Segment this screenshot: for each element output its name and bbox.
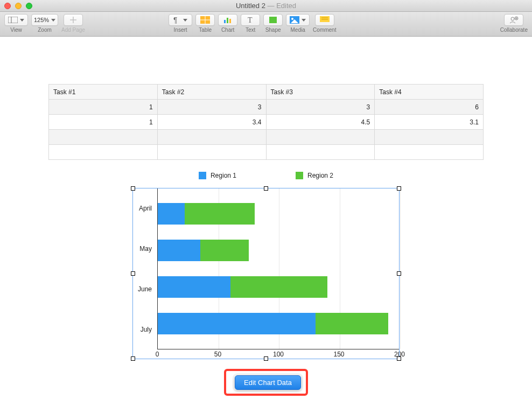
chart-tick-label: 200 — [394, 351, 405, 358]
table-header[interactable]: Task #2 — [157, 85, 266, 100]
shape-label: Shape — [265, 27, 281, 33]
maximize-icon[interactable] — [26, 3, 32, 9]
table-cell[interactable] — [157, 130, 266, 145]
view-icon — [8, 17, 18, 23]
table-cell[interactable]: 3.4 — [157, 115, 266, 130]
svg-text:¶: ¶ — [173, 16, 178, 24]
legend-item: Region 1 — [199, 172, 236, 179]
media-tool[interactable]: Media — [286, 14, 310, 33]
table-cell[interactable]: 1 — [49, 100, 158, 115]
chart-legend: Region 1 Region 2 — [0, 172, 532, 179]
chart-category-label: May — [132, 245, 152, 253]
add-page-label: Add Page — [61, 27, 85, 33]
chevron-down-icon — [183, 19, 187, 22]
collaborate-icon — [509, 16, 519, 24]
chart-tick-label: 50 — [214, 351, 221, 358]
comment-label: Comment — [313, 27, 336, 33]
add-page-tool[interactable]: Add Page — [61, 14, 85, 33]
table-cell[interactable] — [157, 145, 266, 160]
text-icon: T — [246, 16, 255, 24]
text-tool[interactable]: T Text — [241, 14, 260, 33]
zoom-value: 125% — [34, 17, 49, 23]
document-title: Untitled 2 — [236, 2, 265, 10]
svg-rect-8 — [224, 20, 226, 23]
shape-icon — [269, 16, 277, 24]
edit-chart-data-button[interactable]: Edit Chart Data — [235, 375, 301, 390]
table-tool[interactable]: Table — [195, 14, 215, 33]
chevron-down-icon — [20, 19, 24, 22]
table-header[interactable]: Task #1 — [49, 85, 158, 100]
chart-label: Chart — [221, 27, 234, 33]
table-cell[interactable] — [266, 130, 375, 145]
comment-icon — [320, 16, 330, 24]
paragraph-icon: ¶ — [173, 16, 181, 24]
table-cell[interactable]: 3 — [266, 100, 375, 115]
table-label: Table — [199, 27, 212, 33]
svg-rect-0 — [8, 17, 18, 23]
edited-indicator: — Edited — [265, 2, 296, 10]
chart-category-label: June — [132, 285, 152, 293]
window-title: Untitled 2 — Edited — [0, 2, 532, 10]
svg-point-19 — [511, 17, 514, 20]
table-cell[interactable] — [49, 130, 158, 145]
table-cell[interactable] — [49, 145, 158, 160]
titlebar: Untitled 2 — Edited — [0, 0, 532, 12]
shape-tool[interactable]: Shape — [263, 14, 283, 33]
table-cell[interactable] — [375, 145, 484, 160]
chart-category-label: April — [132, 205, 152, 212]
insert-label: Insert — [174, 27, 187, 33]
collaborate-label: Collaborate — [500, 27, 528, 33]
document-canvas[interactable]: Task #1 Task #2 Task #3 Task #4 1336 13.… — [0, 37, 532, 359]
table-header[interactable]: Task #3 — [266, 85, 375, 100]
chart-object[interactable]: AprilMayJuneJuly 050100150200 — [132, 188, 400, 359]
chart-plot-area — [157, 188, 400, 349]
legend-item: Region 2 — [296, 172, 333, 179]
close-icon[interactable] — [4, 3, 11, 9]
data-table[interactable]: Task #1 Task #2 Task #3 Task #4 1336 13.… — [48, 84, 484, 160]
media-label: Media — [290, 27, 305, 33]
legend-swatch — [199, 172, 206, 179]
table-cell[interactable]: 6 — [375, 100, 484, 115]
svg-rect-12 — [269, 17, 277, 23]
view-label: View — [10, 27, 22, 33]
chart-icon — [223, 16, 233, 24]
chart-tick-label: 0 — [156, 351, 159, 358]
chart-tool[interactable]: Chart — [218, 14, 237, 33]
svg-rect-10 — [229, 19, 231, 23]
zoom-label: Zoom — [38, 27, 52, 33]
svg-rect-9 — [227, 18, 228, 23]
table-cell[interactable] — [266, 145, 375, 160]
table-cell[interactable] — [375, 130, 484, 145]
table-cell[interactable]: 3 — [157, 100, 266, 115]
text-label: Text — [246, 27, 255, 33]
chart-tick-label: 100 — [273, 351, 284, 358]
minimize-icon[interactable] — [15, 3, 22, 9]
zoom-tool[interactable]: 125% Zoom — [31, 14, 58, 33]
plus-icon — [69, 16, 77, 24]
chart-tick-label: 150 — [333, 351, 344, 358]
legend-label: Region 1 — [211, 172, 236, 179]
legend-swatch — [296, 172, 303, 179]
toolbar-center: ¶ Insert Table Chart T Text Shape Media … — [169, 14, 336, 33]
window-controls — [4, 3, 32, 9]
svg-point-14 — [291, 18, 293, 20]
chart-y-labels: AprilMayJuneJuly — [132, 188, 157, 349]
insert-tool[interactable]: ¶ Insert — [169, 14, 192, 33]
comment-tool[interactable]: Comment — [313, 14, 336, 33]
toolbar: View 125% Zoom Add Page ¶ Insert Table C… — [0, 12, 532, 37]
resize-handle[interactable] — [131, 356, 135, 361]
collaborate-tool[interactable]: Collaborate — [500, 14, 528, 33]
media-icon — [290, 16, 299, 24]
table-cell[interactable]: 1 — [49, 115, 158, 130]
legend-label: Region 2 — [307, 172, 333, 179]
chart-category-label: July — [132, 326, 152, 333]
table-header[interactable]: Task #4 — [375, 85, 484, 100]
chart-x-labels: 050100150200 — [157, 349, 400, 359]
table-icon — [200, 16, 210, 24]
chevron-down-icon — [51, 19, 55, 22]
table-cell[interactable]: 3.1 — [375, 115, 484, 130]
table-cell[interactable]: 4.5 — [266, 115, 375, 130]
view-tool[interactable]: View — [4, 14, 28, 33]
svg-text:T: T — [248, 16, 253, 24]
chevron-down-icon — [302, 19, 306, 22]
